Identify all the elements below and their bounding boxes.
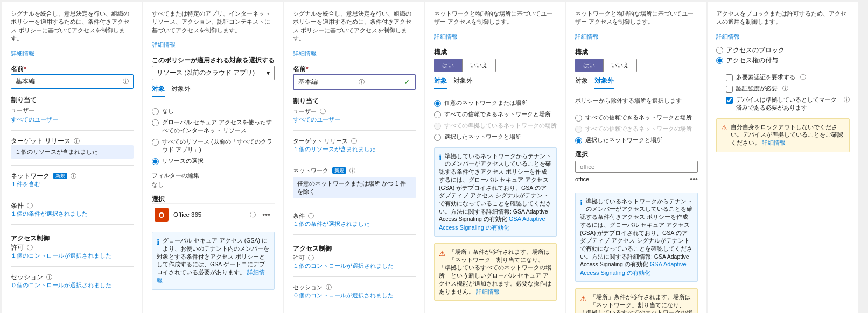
assign-section-3: 割り当て ユーザー ⓘ すべてのユーザー (293, 94, 416, 124)
chevron-down-icon: ▾ (267, 69, 270, 77)
app-name-o365: Office 365 (173, 211, 244, 218)
panel6-detail-link[interactable]: 詳細情報 (716, 33, 850, 41)
checkbox-mfa[interactable]: 多要素認証を要求する ⓘ (726, 73, 850, 81)
condition-value[interactable]: １個の条件が選択されました (11, 210, 88, 217)
target-value-3[interactable]: １個のリソースが含まれました (293, 146, 376, 152)
radio-selected-4[interactable]: 選択したネットワークと場所 (434, 133, 557, 141)
no-button-4[interactable]: いいえ (462, 59, 496, 72)
radio-all-trusted-5[interactable]: すべての信頼できるネットワークと場所 (575, 113, 698, 122)
radio-none[interactable]: なし (152, 107, 275, 115)
assign-label-3: 割り当て (293, 97, 416, 105)
user-value-3[interactable]: すべてのユーザー (293, 116, 340, 123)
panel1-desc: シグナルを統合し、意思決定を行い、組織のポリシーを適用するために、条件付きアクセ… (11, 10, 134, 43)
policy-select[interactable]: リソース (以前のクラウド アプリ) ▾ (152, 66, 275, 80)
toggle-row-4: はい いいえ (434, 59, 557, 72)
user-value[interactable]: すべてのユーザー (11, 116, 58, 123)
name-section-3: 名前* 基本編 ⓘ ✓ (293, 62, 416, 90)
network-value-3[interactable]: 任意のネットワークまたは場所 かつ 1 件を除く (293, 177, 416, 198)
access-section-3: アクセス制御 許可 ⓘ １個のコントロールが選択されました (293, 241, 416, 270)
network-value[interactable]: １件を含む (11, 181, 40, 187)
tab-exclude[interactable]: 対象外 (171, 84, 191, 97)
panel6-desc: アクセスをブロックまたは許可するため、アクセスの適用を制御します。 (716, 10, 850, 26)
radio-block[interactable]: アクセスのブロック (716, 46, 850, 54)
panel3-desc: シグナルを統合し、意思決定を行い、組織のポリシーを適用するために、条件付きアクセ… (293, 10, 416, 43)
panel-5: ネットワークと物理的な場所に基づいてユーザー アクセスを制御します。 詳細情報 … (566, 2, 706, 313)
session-value-3[interactable]: ０個のコントロールが選択されました (293, 292, 394, 298)
info-circle-icon-5: ℹ (580, 198, 583, 209)
radio-any-4[interactable]: 任意のネットワークまたは場所 (434, 99, 557, 107)
tab-exclude-4[interactable]: 対象外 (453, 76, 473, 89)
no-button-5[interactable]: いいえ (603, 59, 637, 72)
name-input[interactable]: 基本編 ⓘ (11, 74, 134, 89)
toggle-row-5: はい いいえ (575, 59, 698, 72)
network-tag: 新規 (53, 173, 67, 179)
radio-compliant-4[interactable]: すべての準拠しているネットワークの場所 (434, 122, 557, 130)
selection-label-5: 選択 (575, 151, 698, 159)
tab-target-5[interactable]: 対象 (575, 76, 588, 89)
name-input-3[interactable]: 基本編 ⓘ ✓ (293, 74, 416, 90)
session-section: セッション ⓘ ０個のコントロールが選択されました (11, 273, 134, 289)
yes-button-4[interactable]: はい (434, 59, 462, 72)
radio-selected-5[interactable]: 選択したネットワークと場所 (575, 136, 698, 144)
config-section-5: 構成 はい いいえ (575, 45, 698, 72)
panel4-detail-link2[interactable]: 詳細情報 (476, 288, 500, 295)
panel4-warn-box: ⚠ 「場所」条件が移行されます。場所は「ネットワーク」割り当てになり、「準拠して… (434, 243, 557, 301)
panel2-detail-link[interactable]: 詳細情報 (152, 41, 275, 49)
panel6-detail-link2[interactable]: 詳細情報 (762, 139, 786, 146)
checkbox-compliant[interactable]: デバイスは準拠しているとしてマーク済みである必要があります ⓘ (726, 96, 850, 112)
access-label-3: アクセス制御 (293, 245, 416, 253)
yes-button-5[interactable]: はい (575, 59, 603, 72)
radio-all-network-5[interactable]: すべての信頼できるネットワークの場所 (575, 125, 698, 133)
result-more-button-5[interactable]: ••• (690, 175, 698, 183)
radio-select[interactable]: リソースの選択 (152, 157, 275, 165)
condition-value-3[interactable]: １個の条件が選択されました (293, 220, 370, 227)
tab-target-4[interactable]: 対象 (434, 76, 447, 89)
access-label: アクセス制御 (11, 234, 134, 243)
warn-triangle-icon-6: ⚠ (721, 123, 727, 133)
info-circle-icon-4: ℹ (439, 153, 442, 163)
mfa-info-icon: ⓘ (800, 73, 806, 81)
panel1-detail-link[interactable]: 詳細情報 (11, 49, 134, 58)
network-section: ネットワーク 新規 ⓘ １件を含む (11, 172, 134, 188)
tab-exclude-5[interactable]: 対象外 (594, 76, 614, 89)
allow-value-3[interactable]: １個のコントロールが選択されました (293, 262, 394, 269)
panel3-detail-link[interactable]: 詳細情報 (293, 49, 416, 58)
allow-value[interactable]: １個のコントロールが選択されました (11, 252, 111, 259)
name-info-icon-3: ⓘ (359, 78, 365, 86)
radio-global[interactable]: グローバル セキュア アクセスを使ったすべてのインターネット リソース (152, 118, 275, 134)
access-type-group: アクセスのブロック アクセス権の付与 (716, 46, 850, 65)
radio-grant[interactable]: アクセス権の付与 (716, 56, 850, 65)
assign-section: 割り当て ユーザー すべてのユーザー (11, 93, 134, 124)
search-input-5[interactable] (580, 163, 693, 170)
target-tabs: 対象 対象外 (152, 84, 275, 97)
config-section-4: 構成 はい いいえ (434, 45, 557, 72)
filter-label: フィルターの編集 (152, 172, 275, 180)
user-label: ユーザー (11, 106, 134, 115)
info-circle-icon: ℹ (157, 237, 159, 248)
panel4-detail-link[interactable]: 詳細情報 (434, 33, 557, 41)
search-row-5[interactable] (575, 161, 698, 173)
warn-icon-4: ⚠ (439, 248, 446, 259)
panel5-desc: ネットワークと物理的な場所に基づいてユーザー アクセスを制御します。 (575, 10, 698, 26)
checkbox-group-6: 多要素認証を要求する ⓘ 認証強度が必要 ⓘ デバイスは準拠しているとしてマーク… (726, 73, 850, 112)
radio-all[interactable]: すべてのリソース (以前の「すべてのクラウド アプリ」) (152, 138, 275, 154)
session-value[interactable]: ０個のコントロールが選択されました (11, 282, 111, 288)
session-info-icon: ⓘ (46, 274, 52, 280)
svg-text:O: O (159, 211, 165, 219)
panel4-desc: ネットワークと物理的な場所に基づいてユーザー アクセスを制御します。 (434, 10, 557, 26)
radio-trusted-4[interactable]: すべての信頼できるネットワークと場所 (434, 110, 557, 118)
panel5-detail-link[interactable]: 詳細情報 (575, 33, 698, 41)
network-info-icon: ⓘ (71, 173, 76, 179)
tab-target[interactable]: 対象 (152, 84, 165, 97)
target-value[interactable]: １個のリソースが含まれました (11, 145, 134, 159)
checkbox-strength[interactable]: 認証強度が必要 ⓘ (726, 84, 850, 93)
name-label: 名前* (11, 65, 134, 73)
selection-section-5: 選択 office ••• (575, 148, 698, 186)
app-item-o365: O Office 365 ⓘ ••• (152, 203, 275, 225)
app-more-button[interactable]: ••• (260, 210, 272, 219)
network-label-3: ネットワーク (293, 167, 328, 174)
condition-section-3: 条件 ⓘ １個の条件が選択されました (293, 212, 416, 228)
target-section-3: ターゲット リリース ⓘ １個のリソースが含まれました (293, 137, 416, 153)
warn-icon-5: ⚠ (580, 294, 587, 304)
selection-section: 選択 O Office 365 ⓘ ••• (152, 193, 275, 225)
